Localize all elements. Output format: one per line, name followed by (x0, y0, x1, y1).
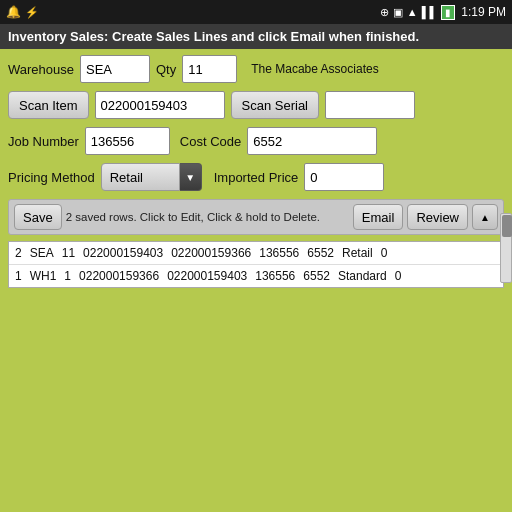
app-header: Inventory Sales: Create Sales Lines and … (0, 24, 512, 49)
clock: 1:19 PM (461, 5, 506, 19)
signal-icon: ▌▌ (422, 6, 438, 18)
warehouse-row: Warehouse Qty The Macabe Associates (8, 55, 504, 83)
pricing-dropdown-arrow[interactable]: ▼ (180, 163, 202, 191)
row-num: 1 (15, 269, 22, 283)
pricing-method-label: Pricing Method (8, 170, 95, 185)
review-button[interactable]: Review (407, 204, 468, 230)
data-table: 2 SEA 11 022000159403 022000159366 13655… (8, 241, 504, 288)
save-button[interactable]: Save (14, 204, 62, 230)
row-item2: 022000159366 (171, 246, 251, 260)
scan-item-input[interactable] (95, 91, 225, 119)
row-method: Retail (342, 246, 373, 260)
row-qty: 11 (62, 246, 75, 260)
email-button[interactable]: Email (353, 204, 404, 230)
qty-label: Qty (156, 62, 176, 77)
header-title: Inventory Sales: Create Sales Lines and … (8, 29, 419, 44)
network-icon: ▣ (393, 6, 403, 19)
warehouse-input[interactable] (80, 55, 150, 83)
cost-code-label: Cost Code (180, 134, 241, 149)
imported-price-input[interactable] (304, 163, 384, 191)
row-warehouse: SEA (30, 246, 54, 260)
scan-serial-button[interactable]: Scan Serial (231, 91, 319, 119)
table-row[interactable]: 2 SEA 11 022000159403 022000159366 13655… (9, 242, 503, 265)
row-item2: 022000159403 (167, 269, 247, 283)
save-status-text: 2 saved rows. Click to Edit, Click & hol… (66, 211, 349, 223)
row-item1: 022000159366 (79, 269, 159, 283)
save-row: Save 2 saved rows. Click to Edit, Click … (8, 199, 504, 235)
row-item1: 022000159403 (83, 246, 163, 260)
table-row[interactable]: 1 WH1 1 022000159366 022000159403 136556… (9, 265, 503, 287)
warehouse-label: Warehouse (8, 62, 74, 77)
row-price: 0 (381, 246, 388, 260)
qty-input[interactable] (182, 55, 237, 83)
pricing-row: Pricing Method Retail Standard Wholesale… (8, 163, 504, 191)
scroll-up-icon: ▲ (480, 212, 490, 223)
status-bar: 🔔 ⚡ ⊕ ▣ ▲ ▌▌ ▮ 1:19 PM (0, 0, 512, 24)
cost-code-input[interactable] (247, 127, 377, 155)
scrollbar[interactable] (500, 213, 512, 283)
usb-icon: ⚡ (25, 6, 39, 19)
row-num: 2 (15, 246, 22, 260)
scroll-up-button[interactable]: ▲ (472, 204, 498, 230)
row-warehouse: WH1 (30, 269, 57, 283)
row-cost: 6552 (303, 269, 330, 283)
row-price: 0 (395, 269, 402, 283)
status-bar-right: ⊕ ▣ ▲ ▌▌ ▮ 1:19 PM (380, 5, 506, 20)
notification-icon: 🔔 (6, 5, 21, 19)
wifi-icon: ▲ (407, 6, 418, 18)
row-method: Standard (338, 269, 387, 283)
row-qty: 1 (64, 269, 71, 283)
job-number-label: Job Number (8, 134, 79, 149)
scan-item-button[interactable]: Scan Item (8, 91, 89, 119)
scan-row: Scan Item Scan Serial (8, 91, 504, 119)
scrollbar-thumb[interactable] (502, 215, 512, 237)
company-name: The Macabe Associates (251, 62, 378, 76)
row-job: 136556 (259, 246, 299, 260)
main-content: Warehouse Qty The Macabe Associates Scan… (0, 49, 512, 294)
pricing-method-select[interactable]: Retail Standard Wholesale (101, 163, 180, 191)
job-number-input[interactable] (85, 127, 170, 155)
gps-icon: ⊕ (380, 6, 389, 19)
job-row: Job Number Cost Code (8, 127, 504, 155)
row-cost: 6552 (307, 246, 334, 260)
pricing-method-wrapper: Retail Standard Wholesale ▼ (101, 163, 202, 191)
scan-serial-input[interactable] (325, 91, 415, 119)
battery-icon: ▮ (441, 5, 455, 20)
status-bar-left: 🔔 ⚡ (6, 5, 39, 19)
imported-price-label: Imported Price (214, 170, 299, 185)
row-job: 136556 (255, 269, 295, 283)
